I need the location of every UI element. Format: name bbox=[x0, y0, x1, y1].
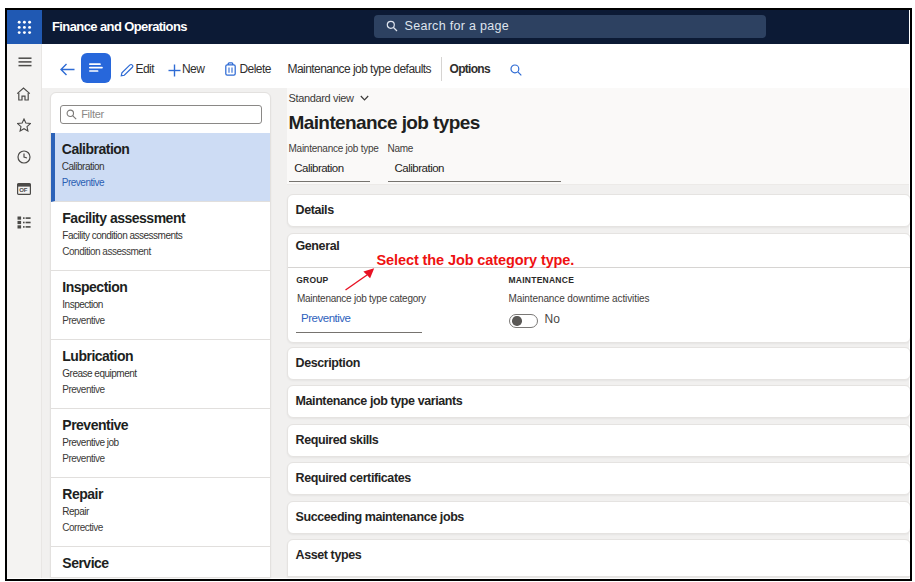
svg-text:OF: OF bbox=[19, 187, 28, 193]
